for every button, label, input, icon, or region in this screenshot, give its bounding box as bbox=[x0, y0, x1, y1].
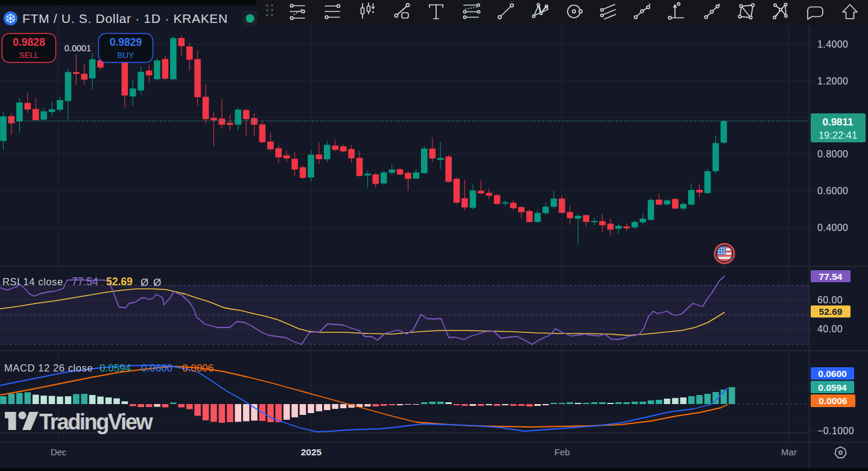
svg-text:0.0006: 0.0006 bbox=[182, 362, 214, 374]
svg-text:Ø: Ø bbox=[153, 277, 161, 288]
svg-text:Feb: Feb bbox=[554, 447, 570, 457]
svg-text:Mar: Mar bbox=[781, 447, 797, 457]
svg-text:0.0600: 0.0600 bbox=[818, 368, 846, 379]
svg-text:77.54: 77.54 bbox=[72, 276, 98, 288]
svg-text:1.2000: 1.2000 bbox=[817, 76, 848, 86]
svg-text:0.6000: 0.6000 bbox=[817, 186, 848, 196]
svg-text:0.9811: 0.9811 bbox=[822, 116, 853, 128]
svg-text:40.00: 40.00 bbox=[817, 324, 843, 334]
svg-text:0.9829: 0.9829 bbox=[110, 36, 142, 48]
svg-text:0.9828: 0.9828 bbox=[13, 36, 45, 48]
svg-text:SELL: SELL bbox=[19, 51, 39, 60]
svg-text:0.4000: 0.4000 bbox=[817, 223, 848, 233]
svg-text:52.69: 52.69 bbox=[819, 306, 843, 317]
svg-text:TradingView: TradingView bbox=[39, 409, 153, 434]
svg-text:60.00: 60.00 bbox=[817, 295, 843, 305]
svg-text:BUY: BUY bbox=[118, 51, 135, 60]
svg-text:0.8000: 0.8000 bbox=[817, 149, 848, 159]
svg-text:0.0594: 0.0594 bbox=[818, 382, 847, 393]
svg-text:0.0594: 0.0594 bbox=[100, 362, 131, 374]
svg-text:1.4000: 1.4000 bbox=[817, 39, 848, 49]
svg-text:MACD 12 26 close: MACD 12 26 close bbox=[4, 362, 93, 373]
svg-text:0.0001: 0.0001 bbox=[65, 43, 91, 53]
svg-text:RSI 14 close: RSI 14 close bbox=[2, 276, 63, 287]
svg-text:19:22:41: 19:22:41 bbox=[819, 130, 857, 141]
svg-text:52.69: 52.69 bbox=[106, 276, 133, 288]
svg-text:FTM / U. S. Dollar · 1D · KRAK: FTM / U. S. Dollar · 1D · KRAKEN bbox=[22, 11, 228, 25]
svg-text:Dec: Dec bbox=[51, 447, 67, 457]
svg-text:0.0006: 0.0006 bbox=[819, 396, 847, 406]
svg-text:77.54: 77.54 bbox=[819, 271, 843, 282]
svg-text:−0.1000: −0.1000 bbox=[817, 426, 854, 436]
svg-text:2025: 2025 bbox=[301, 447, 322, 457]
svg-text:Ø: Ø bbox=[141, 277, 148, 288]
svg-text:0.0600: 0.0600 bbox=[141, 362, 173, 374]
